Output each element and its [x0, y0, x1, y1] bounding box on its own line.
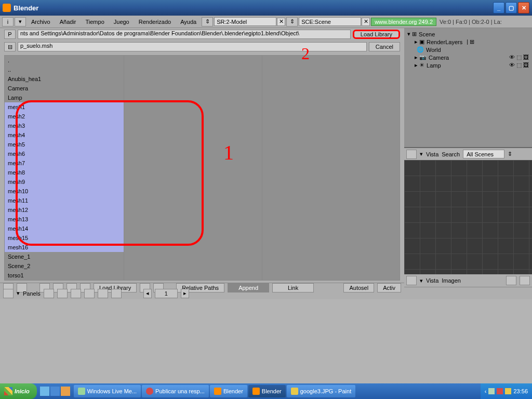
outliner-camera[interactable]: ▸ 📷Camera👁 ⬚ 🖼 — [406, 54, 530, 61]
chevron-down-icon[interactable]: ▾ — [420, 277, 423, 284]
info-icon[interactable]: i — [2, 17, 14, 26]
panels-label[interactable]: Panels — [23, 290, 41, 297]
list-item[interactable]: mesh6 — [5, 149, 124, 158]
tray-clock[interactable]: 23:56 — [513, 388, 528, 394]
page-number[interactable]: 1 — [155, 289, 178, 298]
maximize-button[interactable]: ▢ — [506, 2, 517, 14]
page-next-icon[interactable]: ▸ — [181, 289, 189, 298]
filename-input[interactable]: p_suelo.msh — [18, 42, 367, 51]
panel-scene-icon[interactable] — [111, 289, 122, 298]
menu-archivo[interactable]: Archivo — [27, 18, 55, 26]
screen-dropdown-icon[interactable]: ⇕ — [202, 17, 213, 26]
outliner-toolbar: ▾ Vista Search All Scenes ⇕ — [404, 148, 532, 160]
image-viewport[interactable] — [404, 160, 532, 274]
panels-window-icon[interactable] — [3, 289, 14, 298]
nav-down-button[interactable]: ⊟ — [4, 42, 16, 51]
ie-icon[interactable] — [50, 387, 60, 396]
menu-renderizado[interactable]: Renderizado — [135, 18, 175, 26]
list-item[interactable]: mesh10 — [5, 187, 124, 196]
outliner-search-menu[interactable]: Search — [442, 151, 460, 157]
list-item[interactable]: mesh4 — [5, 130, 124, 140]
parent-dir-button[interactable]: P — [4, 30, 16, 39]
list-item[interactable]: mesh11 — [5, 196, 124, 205]
scene-selector[interactable]: SCE:Scene — [299, 17, 361, 26]
system-tray[interactable]: ‹ 23:56 — [481, 383, 532, 399]
menu-tiempo[interactable]: Tiempo — [81, 18, 108, 26]
tray-arrow-icon[interactable]: ‹ — [485, 388, 487, 394]
outliner-world[interactable]: 🌐World — [406, 46, 530, 54]
panel-render-icon[interactable] — [98, 289, 108, 298]
load-library-button[interactable]: Load Library — [353, 30, 400, 39]
list-item[interactable]: Anubis_hea1 — [5, 74, 124, 84]
list-item[interactable]: mesh16 — [5, 243, 124, 252]
cancel-button[interactable]: Cancel — [369, 42, 400, 51]
tray-icon[interactable] — [488, 388, 495, 394]
outliner-scene[interactable]: ▾ ⊞Scene — [406, 30, 530, 38]
chevron-down-icon[interactable]: ▾ — [15, 17, 26, 26]
list-item[interactable]: mesh14 — [5, 224, 124, 233]
viewport-imagen-menu[interactable]: Imagen — [442, 277, 461, 284]
path-input[interactable]: nts and Settings\Administrador\Datos de … — [18, 30, 351, 39]
list-item[interactable]: Scene_1 — [5, 252, 124, 261]
list-item[interactable]: Lamp — [5, 93, 124, 102]
screen-close-icon[interactable]: ✕ — [277, 18, 285, 26]
viewport-opts-icon[interactable] — [506, 276, 516, 285]
panel-object-icon[interactable] — [57, 289, 68, 298]
list-item[interactable]: mesh8 — [5, 168, 124, 177]
list-item[interactable]: .. — [5, 65, 124, 74]
viewport-save-icon[interactable] — [520, 276, 530, 285]
outliner-filter[interactable]: All Scenes — [463, 150, 504, 158]
show-desktop-icon[interactable] — [40, 387, 49, 396]
taskbar-item[interactable]: Blender — [210, 385, 247, 397]
scene-close-icon[interactable]: ✕ — [362, 18, 370, 26]
outliner-vista-menu[interactable]: Vista — [426, 151, 438, 157]
outliner-renderlayers[interactable]: ▸ ▣RenderLayers| ⊞ — [406, 38, 530, 46]
list-item[interactable]: mesh7 — [5, 158, 124, 168]
panel-context-icon[interactable] — [44, 289, 54, 298]
taskbar-item[interactable]: Windows Live Me... — [74, 385, 141, 397]
taskbar-item[interactable]: Publicar una resp... — [142, 385, 209, 397]
autosel-button[interactable]: Autosel — [343, 283, 374, 292]
start-button[interactable]: Inicio — [0, 383, 37, 399]
page-prev-icon[interactable]: ◂ — [143, 289, 152, 298]
panel-script-icon[interactable] — [84, 289, 95, 298]
taskbar: Inicio Windows Live Me... Publicar una r… — [0, 383, 532, 399]
append-button[interactable]: Append — [228, 283, 269, 292]
list-item[interactable]: mesh2 — [5, 112, 124, 121]
chevron-down-icon[interactable]: ▾ — [17, 290, 20, 297]
list-item[interactable]: Scene_2 — [5, 261, 124, 271]
menu-anadir[interactable]: Añadir — [56, 18, 81, 26]
list-item[interactable]: mesh15 — [5, 233, 124, 243]
tray-icon[interactable] — [505, 388, 511, 394]
blender-url-button[interactable]: www.blender.org 249.2 — [371, 18, 436, 26]
list-item[interactable]: mesh13 — [5, 215, 124, 224]
list-item[interactable]: Camera — [5, 84, 124, 93]
list-item[interactable]: mesh1 — [5, 102, 124, 112]
windows-logo-icon — [4, 387, 12, 395]
list-item[interactable]: mesh12 — [5, 205, 124, 215]
list-item[interactable]: . — [5, 56, 124, 65]
chevron-down-icon[interactable]: ▾ — [420, 151, 423, 157]
link-button[interactable]: Link — [272, 283, 314, 292]
outliner-lamp[interactable]: ▸ ☀Lamp👁 ⬚ 🖼 — [406, 61, 530, 69]
minimize-button[interactable]: _ — [493, 2, 504, 14]
close-button[interactable]: ✕ — [518, 2, 529, 14]
explorer-icon[interactable] — [61, 387, 70, 396]
screen-selector[interactable]: SR:2-Model — [214, 17, 276, 26]
active-layer-button[interactable]: Activ — [377, 283, 401, 292]
viewport-vista-menu[interactable]: Vista — [426, 277, 438, 284]
dropdown-icon[interactable]: ⇕ — [508, 151, 512, 157]
panel-logic-icon[interactable] — [71, 289, 81, 298]
list-item[interactable]: mesh9 — [5, 177, 124, 187]
menu-juego[interactable]: Juego — [110, 18, 134, 26]
taskbar-item[interactable]: google3.JPG - Paint — [287, 385, 355, 397]
list-item[interactable]: mesh5 — [5, 140, 124, 149]
scene-dropdown-icon[interactable]: ⇕ — [286, 17, 298, 26]
list-item[interactable]: mesh3 — [5, 121, 124, 130]
taskbar-item[interactable]: Blender — [248, 385, 286, 397]
tray-kaspersky-icon[interactable] — [497, 388, 503, 394]
viewport-window-icon[interactable] — [406, 276, 417, 285]
menu-ayuda[interactable]: Ayuda — [176, 18, 201, 26]
outliner-window-icon[interactable] — [406, 150, 417, 159]
list-item[interactable]: torso1 — [5, 271, 124, 280]
